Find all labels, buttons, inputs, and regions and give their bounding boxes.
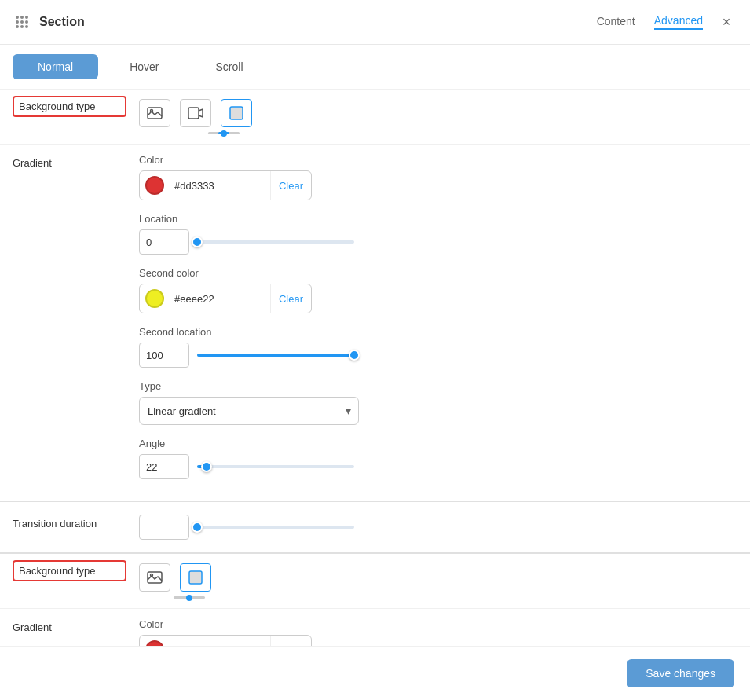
bg-type-icons-row (139, 99, 737, 127)
second-color-value: #eeee22 (170, 293, 270, 305)
background-type-section: Background type (0, 89, 750, 144)
tab-scroll[interactable]: Scroll (190, 54, 268, 79)
panel-header: Section Content Advanced × (0, 0, 750, 45)
bg-type-color-icon-2[interactable] (180, 563, 211, 592)
transition-slider-row (139, 515, 737, 540)
footer: Save changes (0, 646, 750, 700)
clear-color-button[interactable]: Clear (270, 171, 311, 200)
bg-type-video-icon[interactable] (180, 99, 211, 127)
tab-hover[interactable]: Hover (104, 54, 184, 79)
gradient-section: Gradient Color #dd3333 Clear Location 0 (0, 144, 750, 501)
color-field-label: Color (139, 154, 737, 166)
background-type-label: Background type (13, 96, 126, 117)
background-type-label-2: Background type (13, 560, 126, 581)
background-type-section-2: Background type (0, 552, 750, 608)
second-color-label: Second color (139, 267, 737, 279)
color-swatch[interactable] (140, 171, 170, 200)
color-input-row: #dd3333 Clear (139, 170, 312, 200)
angle-field-group: Angle 22 (139, 438, 737, 479)
angle-input[interactable]: 22 (139, 454, 189, 479)
transition-track[interactable] (197, 526, 354, 529)
transition-input[interactable] (139, 515, 189, 540)
second-color-swatch[interactable] (140, 284, 170, 313)
bg-type-image-icon[interactable] (139, 99, 170, 127)
type-select[interactable]: Linear gradient Radial gradient (139, 397, 359, 425)
color-value: #dd3333 (170, 180, 270, 192)
tab-normal[interactable]: Normal (13, 54, 98, 79)
header-nav: Content Advanced (597, 14, 703, 30)
save-button[interactable]: Save changes (627, 659, 734, 687)
transition-label: Transition duration (13, 515, 126, 530)
nav-advanced[interactable]: Advanced (654, 14, 703, 30)
panel-title: Section (39, 15, 597, 29)
tabs-row: Normal Hover Scroll (0, 45, 750, 89)
svg-rect-3 (230, 107, 243, 119)
transition-content (139, 515, 737, 540)
type-select-wrapper: Linear gradient Radial gradient (139, 397, 359, 425)
location-input[interactable]: 0 (139, 229, 189, 255)
gradient-content: Color #dd3333 Clear Location 0 (139, 154, 737, 492)
gradient-label: Gradient (13, 154, 126, 169)
background-type-content (139, 99, 737, 134)
svg-rect-2 (188, 108, 199, 119)
grid-icon (13, 13, 31, 31)
panel-body: Normal Hover Scroll Background type (0, 45, 750, 700)
location-slider-row: 0 (139, 229, 737, 255)
bg-type-image-icon-2[interactable] (139, 563, 170, 592)
background-type-content-2 (139, 563, 737, 599)
second-location-label: Second location (139, 326, 737, 338)
second-location-field-group: Second location 100 (139, 326, 737, 368)
second-location-input[interactable]: 100 (139, 343, 189, 368)
second-location-track[interactable] (197, 354, 354, 357)
svg-rect-6 (189, 571, 202, 584)
second-color-field-group: Second color #eeee22 Clear (139, 267, 737, 313)
location-field-group: Location 0 (139, 213, 737, 255)
color-field-label-2: Color (139, 618, 737, 630)
second-color-input-row: #eeee22 Clear (139, 284, 312, 313)
angle-slider-row: 22 (139, 454, 737, 479)
gradient-label-2: Gradient (13, 618, 126, 633)
close-button[interactable]: × (715, 11, 737, 33)
color-field-group: Color #dd3333 Clear (139, 154, 737, 200)
type-label: Type (139, 380, 737, 392)
angle-track[interactable] (197, 465, 354, 468)
bg-type-color-icon[interactable] (221, 99, 252, 127)
nav-content[interactable]: Content (597, 15, 635, 29)
type-field-group: Type Linear gradient Radial gradient (139, 380, 737, 425)
location-track[interactable] (197, 240, 354, 244)
angle-label: Angle (139, 438, 737, 449)
clear-second-color-button[interactable]: Clear (270, 284, 311, 313)
second-location-slider-row: 100 (139, 343, 737, 368)
location-label: Location (139, 213, 737, 225)
transition-section: Transition duration (0, 501, 750, 552)
bg-type-icons-row-2 (139, 563, 737, 592)
